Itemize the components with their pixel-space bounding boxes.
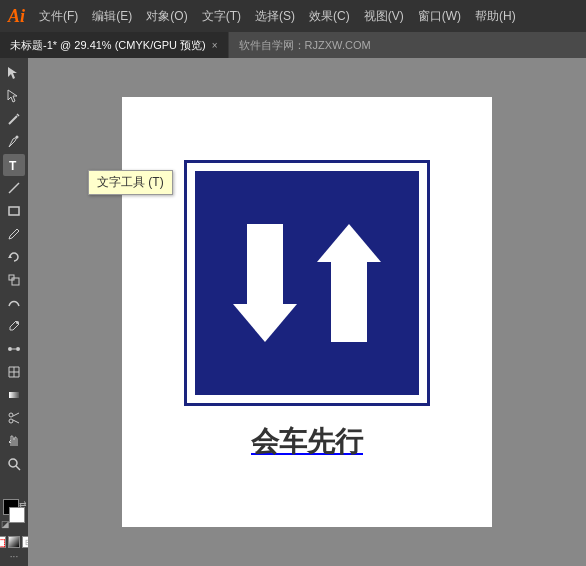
swap-colors-icon[interactable]: ⇄ [19,499,27,509]
website-label: 软件自学网：RJZXW.COM [229,38,381,53]
tab-close-button[interactable]: × [212,40,218,51]
menu-effect[interactable]: 效果(C) [303,6,356,27]
canvas-document: 会车先行 [122,97,492,527]
fill-none-icon[interactable]: ⬚ [0,536,6,548]
down-arrow-head [233,304,297,342]
down-arrow [233,224,297,342]
svg-point-17 [9,419,13,423]
tool-blend[interactable] [3,338,25,360]
tool-line[interactable] [3,177,25,199]
svg-point-4 [16,136,19,139]
tool-direct-select[interactable] [3,85,25,107]
svg-point-11 [16,321,19,324]
svg-line-2 [9,116,17,124]
up-arrow-head [317,224,381,262]
tab-label: 未标题-1* @ 29.41% (CMYK/GPU 预览) [10,38,206,53]
menu-text[interactable]: 文字(T) [196,6,247,27]
tool-scale[interactable] [3,269,25,291]
menu-help[interactable]: 帮助(H) [469,6,522,27]
down-arrow-shaft [247,224,283,304]
svg-text:T: T [9,159,17,172]
tooltip-text: 文字工具 (T) [97,175,164,189]
up-arrow-shaft [331,262,367,342]
more-tools-icon[interactable]: ··· [10,551,18,562]
svg-marker-1 [8,90,17,102]
main-layout: T [0,58,586,566]
fill-gradient-icon[interactable] [8,536,20,548]
svg-rect-7 [9,207,19,215]
tool-mesh[interactable] [3,361,25,383]
svg-marker-8 [8,255,12,258]
svg-point-13 [16,347,20,351]
menu-window[interactable]: 窗口(W) [412,6,467,27]
tool-hand[interactable] [3,430,25,452]
tool-eyedropper[interactable] [3,315,25,337]
canvas-area: 文字工具 (T) 会车先 [28,58,586,566]
svg-line-6 [9,183,19,193]
svg-rect-15 [9,392,19,398]
svg-line-19 [13,420,19,423]
up-arrow [317,224,381,342]
menu-file[interactable]: 文件(F) [33,6,84,27]
active-tab[interactable]: 未标题-1* @ 29.41% (CMYK/GPU 预览) × [0,32,229,58]
svg-point-12 [8,347,12,351]
tool-paintbrush[interactable] [3,223,25,245]
background-color[interactable] [9,507,25,523]
svg-marker-0 [8,67,17,79]
tool-rectangle[interactable] [3,200,25,222]
left-toolbar: T [0,58,28,566]
tool-scissors[interactable] [3,407,25,429]
svg-line-21 [16,466,20,470]
menu-select[interactable]: 选择(S) [249,6,301,27]
tool-magic-wand[interactable] [3,108,25,130]
tool-type[interactable]: T [3,154,25,176]
svg-point-16 [9,413,13,417]
color-swatch-area: ⇄ ◪ [1,499,27,529]
road-sign-graphic [187,163,427,403]
tool-zoom[interactable] [3,453,25,475]
menu-view[interactable]: 视图(V) [358,6,410,27]
title-bar: Ai 文件(F) 编辑(E) 对象(O) 文字(T) 选择(S) 效果(C) 视… [0,0,586,32]
menu-object[interactable]: 对象(O) [140,6,193,27]
svg-point-20 [9,459,17,467]
menu-edit[interactable]: 编辑(E) [86,6,138,27]
sign-label: 会车先行 [251,423,363,461]
svg-line-18 [13,413,19,416]
tool-rotate[interactable] [3,246,25,268]
app-logo: Ai [8,6,25,27]
tooltip-popup: 文字工具 (T) [88,170,173,195]
tool-gradient[interactable] [3,384,25,406]
tool-warp[interactable] [3,292,25,314]
default-colors-icon[interactable]: ◪ [1,519,10,529]
tab-bar: 未标题-1* @ 29.41% (CMYK/GPU 预览) × 软件自学网：RJ… [0,32,586,58]
tool-selection[interactable] [3,62,25,84]
tool-pen[interactable] [3,131,25,153]
menu-bar: 文件(F) 编辑(E) 对象(O) 文字(T) 选择(S) 效果(C) 视图(V… [33,6,522,27]
arrows-container [233,224,381,342]
svg-rect-9 [12,278,19,285]
svg-line-3 [17,114,19,116]
